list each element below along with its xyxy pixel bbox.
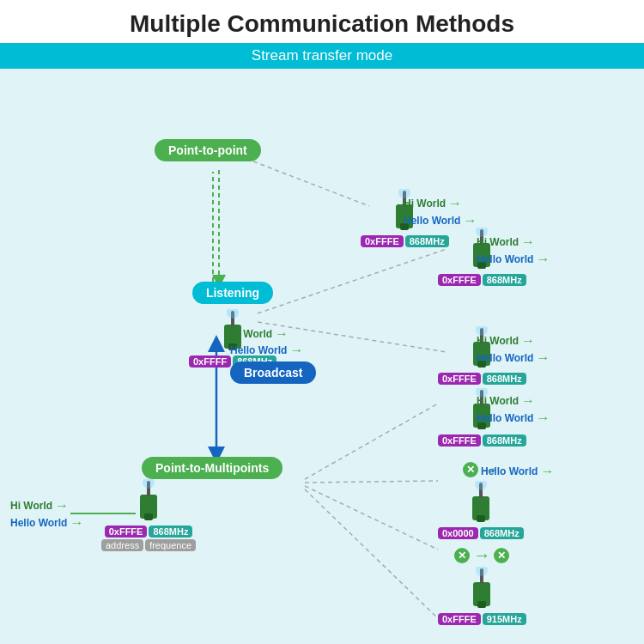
arrow-right-center: → [275, 326, 289, 342]
svg-point-30 [143, 479, 155, 489]
dongle-icon-left [133, 479, 164, 524]
badge-915MHz-br3: 915MHz [483, 613, 526, 625]
main-title: Multiple Communication Methods [0, 0, 644, 43]
badge-address: address [101, 539, 143, 551]
dongle-icon-br3 [466, 567, 497, 611]
x-mark-3: ✕ [494, 548, 509, 563]
listening-label: Listening [192, 282, 273, 304]
x-mark-1: ✕ [463, 462, 478, 477]
hi-world-left: Hi World [10, 500, 52, 512]
badge-0xFFFE-left: 0xFFFE [105, 526, 148, 538]
badge-frequence: frequence [145, 539, 196, 551]
hello-world-br1: Hello World [477, 412, 533, 424]
hi-world-mr2: Hi World [477, 335, 519, 347]
mr1-labels: Hi World → Hello World → [477, 234, 550, 267]
top-right-labels: Hi World → Hello World → [404, 196, 477, 228]
svg-point-18 [227, 309, 239, 319]
svg-line-9 [305, 489, 438, 618]
svg-line-7 [305, 481, 438, 483]
hello-world-br2: Hello World [481, 465, 538, 477]
badge-0xFFFE-mr2: 0xFFFE [438, 373, 481, 385]
center-labels: Hi World → Hello World → Broadcast [230, 326, 316, 384]
badge-868MHz-mr2: 868MHz [483, 373, 526, 385]
hello-world-left: Hello World [10, 517, 67, 529]
arrow-right-top2: → [463, 213, 477, 228]
hi-world-center: Hi World [230, 328, 272, 340]
badge-868MHz-left: 868MHz [149, 526, 192, 538]
page: Multiple Communication Methods Stream tr… [0, 0, 644, 644]
point-to-multi-node: Point-to-Multipoints [142, 457, 283, 479]
br2-labels: Hello World → [481, 464, 554, 479]
hello-world-mr2: Hello World [477, 352, 533, 364]
badge-0xFFFE-mr1: 0xFFFE [438, 274, 481, 286]
point-to-multi-label: Point-to-Multipoints [142, 457, 283, 479]
hello-world-top: Hello World [404, 215, 460, 227]
br1-labels: Hi World → Hello World → [477, 393, 550, 426]
badge-868MHz-br2: 868MHz [480, 527, 524, 539]
hi-world-br1: Hi World [477, 395, 519, 407]
svg-point-42 [476, 567, 488, 576]
svg-rect-40 [477, 601, 486, 608]
left-dongle: 0xFFFE 868MHz address frequence [101, 479, 196, 551]
svg-point-38 [475, 481, 487, 490]
dongle-icon-br2 [465, 481, 496, 526]
badge-0x0000: 0x0000 [438, 527, 478, 539]
svg-rect-36 [477, 515, 485, 522]
hi-world-top: Hi World [404, 197, 446, 210]
badge-0xFFFE-br1: 0xFFFE [438, 434, 481, 447]
arrow-right-top: → [448, 196, 462, 211]
badge-0xFFFE-top: 0xFFFE [361, 235, 404, 247]
svg-line-6 [305, 404, 438, 479]
left-labels: Hi World → Hello World → [10, 498, 83, 531]
mr2-labels: Hi World → Hello World → [477, 333, 550, 366]
badge-868MHz-mr1: 868MHz [483, 274, 526, 286]
svg-line-4 [258, 249, 447, 313]
svg-rect-28 [144, 513, 153, 520]
hello-world-center: Hello World [230, 344, 287, 356]
arrow-right-center2: → [289, 343, 303, 358]
badge-0xFFFF: 0xFFFF [189, 355, 231, 368]
hi-world-mr1: Hi World [477, 236, 519, 248]
point-to-point-node: Point-to-point [155, 139, 261, 161]
subtitle-bar: Stream transfer mode [0, 43, 644, 69]
x-mark-2: ✕ [454, 548, 470, 563]
hello-world-mr1: Hello World [477, 253, 533, 265]
badge-0xFFFE-br3: 0xFFFE [438, 613, 481, 625]
svg-line-8 [305, 486, 438, 550]
badge-868MHz-br1: 868MHz [483, 434, 526, 447]
diagram-area: Point-to-point 0xFFFE 868MHz Hi World → … [0, 69, 644, 644]
point-to-point-label: Point-to-point [155, 139, 261, 161]
svg-line-0 [253, 161, 369, 206]
bottom-right-dongle-3: ✕ → ✕ 0xFFFE 915MHz [438, 545, 526, 625]
broadcast-label: Broadcast [230, 361, 316, 384]
